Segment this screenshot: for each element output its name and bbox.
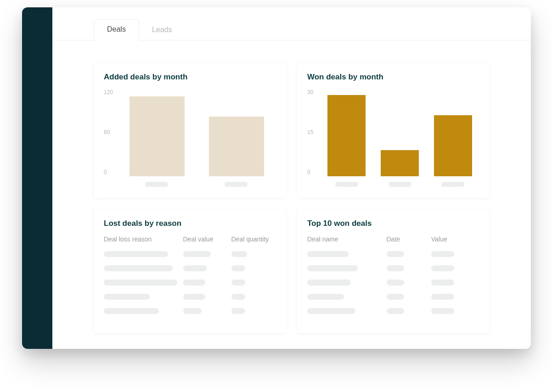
placeholder [387, 251, 404, 257]
table-body [104, 251, 276, 314]
tab-deals[interactable]: Deals [94, 19, 139, 40]
chart-bar [118, 96, 197, 176]
table-row [307, 265, 479, 271]
column-header-date: Date [387, 235, 432, 243]
table-row [307, 251, 479, 257]
table-cell [307, 265, 387, 271]
table-cell [387, 251, 432, 257]
table-cell [104, 294, 183, 300]
table-cell [307, 294, 387, 300]
card-title: Top 10 won deals [307, 219, 479, 228]
placeholder [335, 182, 358, 187]
card-title: Won deals by month [307, 73, 479, 82]
placeholder [104, 265, 173, 271]
main-area: Deals Leads Added deals by month 120 60 … [52, 7, 531, 349]
placeholder [431, 294, 454, 300]
table-cell [231, 251, 276, 257]
placeholder [387, 280, 404, 286]
table-cell [231, 280, 276, 286]
placeholder [431, 251, 454, 257]
card-title: Lost deals by reason [104, 219, 276, 228]
card-lost-deals: Lost deals by reason Deal loss reason De… [94, 209, 286, 333]
placeholder [431, 265, 454, 271]
placeholder [387, 265, 404, 271]
card-title: Added deals by month [104, 73, 276, 82]
table-cell [231, 308, 276, 314]
table-body [307, 251, 479, 314]
table-row [104, 308, 276, 314]
table-cell [307, 251, 387, 257]
x-labels [307, 182, 479, 187]
chart-bar [197, 117, 276, 176]
table-cell [104, 308, 183, 314]
placeholder [231, 280, 245, 286]
table-row [104, 251, 276, 257]
table-cell [387, 265, 432, 271]
y-tick: 0 [104, 169, 107, 175]
bar [381, 150, 419, 176]
table-cell [307, 280, 387, 286]
card-top-won-deals: Top 10 won deals Deal name Date Value [297, 209, 490, 333]
placeholder [431, 280, 454, 286]
chart-bar [320, 95, 373, 176]
column-header-quantity: Deal quantity [231, 235, 276, 243]
bars-area [118, 89, 276, 176]
table-cell [183, 265, 231, 271]
chart-added-deals: 120 60 0 [104, 89, 276, 176]
placeholder [225, 182, 248, 187]
bars-area [320, 89, 479, 176]
table-cell [387, 294, 432, 300]
table-cell [431, 265, 479, 271]
card-won-deals: Won deals by month 30 15 0 [297, 62, 490, 198]
bar [209, 117, 264, 176]
table-cell [183, 308, 231, 314]
bar [434, 115, 472, 176]
tab-bar: Deals Leads [52, 7, 531, 40]
table-cell [387, 308, 432, 314]
y-tick: 0 [307, 169, 310, 175]
placeholder [145, 182, 168, 187]
table-cell [387, 280, 432, 286]
table-row [307, 280, 479, 286]
table-cell [307, 308, 387, 314]
column-header-value: Value [431, 235, 479, 243]
table-cell [431, 294, 479, 300]
placeholder [231, 251, 247, 257]
bar [327, 95, 366, 176]
column-header-value: Deal value [183, 235, 231, 243]
table-cell [431, 308, 479, 314]
placeholder [387, 308, 404, 314]
table-row [307, 308, 479, 314]
placeholder [183, 308, 202, 314]
table-cell [231, 294, 276, 300]
table-row [104, 265, 276, 271]
placeholder [389, 182, 411, 187]
table-row [307, 294, 479, 300]
table-cell [183, 294, 231, 300]
placeholder [183, 294, 205, 300]
y-tick: 15 [307, 129, 313, 135]
table-row [104, 294, 276, 300]
x-label [320, 182, 373, 187]
placeholder [307, 251, 349, 257]
y-tick: 120 [104, 89, 113, 95]
y-tick: 60 [104, 129, 110, 135]
tab-leads[interactable]: Leads [139, 20, 185, 40]
chart-bar [426, 115, 479, 176]
placeholder [104, 294, 150, 300]
placeholder [104, 251, 168, 257]
table-cell [104, 265, 183, 271]
table-header-row: Deal loss reason Deal value Deal quantit… [104, 235, 276, 243]
column-header-reason: Deal loss reason [104, 235, 183, 243]
app-window: Deals Leads Added deals by month 120 60 … [22, 7, 531, 349]
x-label [373, 182, 427, 187]
x-labels [104, 182, 276, 187]
placeholder [307, 265, 358, 271]
x-label [197, 182, 276, 187]
table-cell [231, 265, 276, 271]
table-header-row: Deal name Date Value [307, 235, 479, 243]
y-axis: 30 15 0 [307, 89, 320, 176]
column-header-deal-name: Deal name [307, 235, 387, 243]
placeholder [307, 294, 344, 300]
dashboard-content: Added deals by month 120 60 0 Won deals … [52, 40, 531, 347]
